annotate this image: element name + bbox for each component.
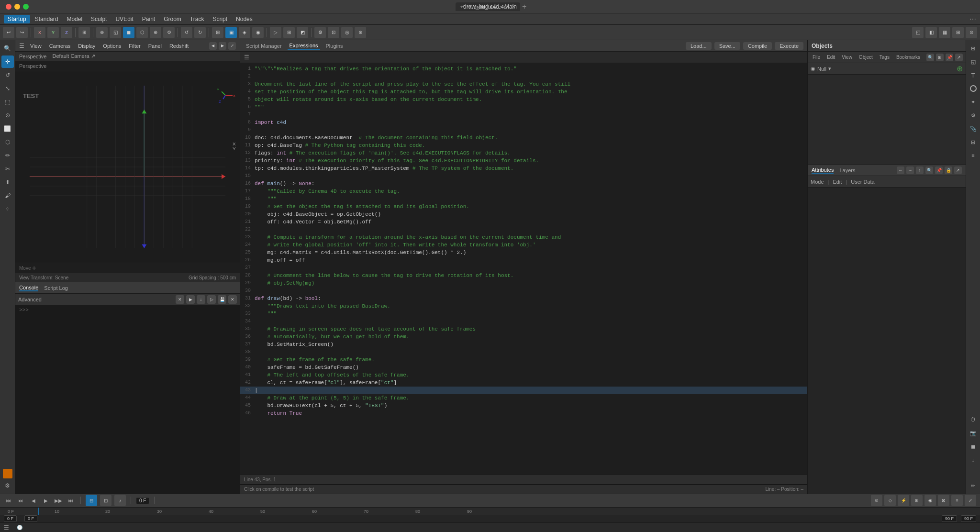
sidebar-rect-sel[interactable]: ⬜ bbox=[1, 122, 14, 135]
console-step-btn[interactable]: ↓ bbox=[197, 295, 205, 304]
console-close-btn[interactable]: ✕ bbox=[228, 295, 237, 304]
layout-btn-3[interactable]: ▦ bbox=[939, 27, 950, 38]
viewport-cameras-menu[interactable]: Cameras bbox=[47, 43, 73, 49]
maximize-button[interactable] bbox=[23, 4, 29, 10]
tab-console[interactable]: Console bbox=[19, 285, 38, 291]
menu-nodes[interactable]: Nodes bbox=[232, 15, 256, 23]
viewport-filter-menu[interactable]: Filter bbox=[127, 43, 142, 49]
console-run-btn[interactable]: ▶ bbox=[186, 295, 195, 304]
viewport-options-menu[interactable]: Options bbox=[101, 43, 123, 49]
timeline-loop-btn[interactable]: ⊟ bbox=[86, 495, 97, 506]
redo-button[interactable]: ↪ bbox=[16, 27, 28, 38]
sidebar-extrude[interactable]: ⬆ bbox=[1, 176, 14, 188]
viewport-size-up[interactable]: ▶ bbox=[219, 42, 226, 50]
tab-plugins[interactable]: Plugins bbox=[324, 42, 345, 50]
rs-pencil-btn[interactable]: ✏ bbox=[967, 479, 980, 492]
scene-btn-4[interactable]: ⊛ bbox=[355, 27, 366, 38]
minimize-button[interactable] bbox=[14, 4, 20, 10]
menu-track[interactable]: Track bbox=[186, 15, 208, 23]
timeline-audio-btn[interactable]: ♪ bbox=[114, 495, 126, 506]
close-button[interactable] bbox=[6, 4, 11, 10]
scene-btn-2[interactable]: ⊡ bbox=[328, 27, 339, 38]
rs-obj-btn[interactable]: ◱ bbox=[967, 55, 980, 68]
status-menu-icon[interactable]: ☰ bbox=[4, 524, 9, 531]
attr-pin-btn[interactable]: 📌 bbox=[935, 166, 943, 174]
console-play-btn[interactable]: ▷ bbox=[207, 295, 216, 304]
new-tab-button[interactable]: + bbox=[522, 2, 526, 11]
sidebar-select[interactable]: ⬚ bbox=[1, 96, 14, 108]
viewport-canvas[interactable]: X Y bbox=[15, 61, 240, 273]
code-editor[interactable]: 1 "\"\"\"Realizes a tag that drives the … bbox=[240, 63, 807, 475]
obj-btn-6[interactable]: ⚙ bbox=[163, 27, 175, 38]
objects-search-btn[interactable]: 🔍 bbox=[926, 54, 934, 61]
obj-btn-3[interactable]: ◼ bbox=[123, 27, 134, 38]
new-object-btn[interactable]: ⊕ bbox=[96, 27, 108, 38]
move-tool-y[interactable]: Y bbox=[47, 27, 59, 38]
tab-expressions[interactable]: Expressions bbox=[288, 42, 320, 50]
timeline-pingpong-btn[interactable]: ⊡ bbox=[100, 495, 111, 506]
timeline-prev-key[interactable]: ⏭ bbox=[16, 496, 26, 505]
select-btn[interactable]: ▣ bbox=[225, 27, 237, 38]
obj-btn-2[interactable]: ◱ bbox=[110, 27, 121, 38]
menu-groom[interactable]: Groom bbox=[160, 15, 185, 23]
sidebar-particles[interactable]: ⁘ bbox=[1, 203, 14, 215]
rs-layers-btn[interactable]: ⊟ bbox=[967, 136, 980, 148]
layout-btn-1[interactable]: ◱ bbox=[912, 27, 924, 38]
rs-star-btn[interactable]: ✦ bbox=[967, 96, 980, 108]
sidebar-move[interactable]: ✛ bbox=[1, 55, 14, 68]
sidebar-brush[interactable]: 🖌 bbox=[1, 189, 14, 202]
rs-mode-btn[interactable]: ⊞ bbox=[967, 42, 980, 55]
timeline-prev-frame[interactable]: ◀ bbox=[29, 496, 38, 505]
objects-pin-btn[interactable]: 📌 bbox=[946, 54, 953, 61]
tl-curve-btn[interactable]: ◉ bbox=[924, 495, 936, 506]
snap-btn[interactable]: ⊞ bbox=[212, 27, 223, 38]
sidebar-search[interactable]: 🔍 bbox=[1, 42, 14, 55]
sidebar-poly-sel[interactable]: ⬡ bbox=[1, 136, 14, 148]
viewport-size-down[interactable]: ◀ bbox=[209, 42, 217, 50]
timeline-next-frame[interactable]: ▶▶ bbox=[54, 496, 63, 505]
obj-btn-4[interactable]: ⬡ bbox=[136, 27, 148, 38]
mode-btn-3[interactable]: ◉ bbox=[252, 27, 264, 38]
tl-record-btn[interactable]: ⊙ bbox=[871, 495, 882, 506]
objects-window-btn[interactable]: ⊞ bbox=[936, 54, 944, 61]
sidebar-tool-opt[interactable]: ⚙ bbox=[1, 479, 14, 492]
sidebar-knife[interactable]: ✂ bbox=[1, 163, 14, 175]
console-clear-btn[interactable]: ✕ bbox=[176, 295, 184, 304]
tl-clamp-btn[interactable]: ⊠ bbox=[938, 495, 949, 506]
attr-edit-label[interactable]: Edit bbox=[833, 179, 842, 185]
move-tool-z[interactable]: Z bbox=[61, 27, 72, 38]
grid-btn[interactable]: ⊞ bbox=[78, 27, 90, 38]
menu-uvedit[interactable]: UVEdit bbox=[111, 15, 137, 23]
render-btn-2[interactable]: ⊞ bbox=[283, 27, 295, 38]
execute-button[interactable]: Execute bbox=[775, 42, 803, 50]
rs-timeline-btn[interactable]: ⏱ bbox=[967, 413, 980, 426]
compile-button[interactable]: Compile bbox=[743, 42, 772, 50]
viewport-redshift-menu[interactable]: Redshift bbox=[167, 43, 190, 49]
tl-snap-btn[interactable]: ⊞ bbox=[911, 495, 923, 506]
attr-more-btn[interactable]: ↗ bbox=[954, 166, 962, 174]
menu-model[interactable]: Model bbox=[63, 15, 86, 23]
objects-object-menu[interactable]: Object bbox=[857, 54, 875, 61]
attr-fwd-btn[interactable]: → bbox=[906, 166, 914, 174]
viewport-panel-menu[interactable]: Panel bbox=[146, 43, 164, 49]
render-btn-1[interactable]: ▷ bbox=[270, 27, 281, 38]
scene-btn-1[interactable]: ⚙ bbox=[314, 27, 326, 38]
timeline-play[interactable]: ▶ bbox=[41, 496, 51, 505]
mode-btn-2[interactable]: ◈ bbox=[239, 27, 250, 38]
obj-btn-5[interactable]: ⊕ bbox=[150, 27, 161, 38]
tab-attributes[interactable]: Attributes bbox=[812, 167, 834, 174]
menu-script[interactable]: Script bbox=[209, 15, 231, 23]
menu-standard[interactable]: Standard bbox=[31, 15, 62, 23]
rs-output-btn[interactable]: ↓ bbox=[967, 454, 980, 466]
script-menu-icon[interactable]: ☰ bbox=[244, 54, 249, 61]
layout-btn-2[interactable]: ◧ bbox=[925, 27, 937, 38]
rs-filter-btn[interactable]: ≡ bbox=[967, 149, 980, 162]
objects-tags-menu[interactable]: Tags bbox=[878, 54, 891, 61]
menu-paint[interactable]: Paint bbox=[138, 15, 159, 23]
tab-script-manager[interactable]: Script Manager bbox=[244, 42, 284, 50]
attr-mode-label[interactable]: Mode bbox=[811, 179, 824, 185]
objects-edit-menu[interactable]: Edit bbox=[825, 54, 837, 61]
menu-sculpt[interactable]: Sculpt bbox=[87, 15, 111, 23]
objects-more-btn[interactable]: ↗ bbox=[955, 54, 963, 61]
rs-render-btn[interactable]: ◼ bbox=[967, 440, 980, 453]
